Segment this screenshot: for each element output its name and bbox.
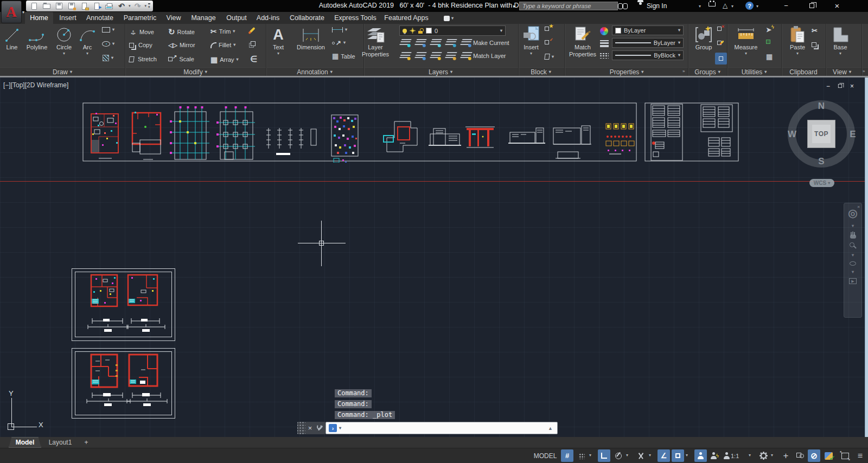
viewcube-west[interactable]: W xyxy=(786,129,799,140)
annotation-scale-button[interactable]: 1:1 xyxy=(724,449,739,462)
pan-hand-icon[interactable] xyxy=(850,232,856,239)
layer-properties-button[interactable]: Layer Properties xyxy=(354,25,397,57)
match-layer-button[interactable]: Match Layer xyxy=(461,52,506,59)
line-tool-button[interactable]: Line xyxy=(2,25,22,51)
navigation-bar[interactable]: × ◎ ▾ ▾ ▾ ▶ xyxy=(844,203,862,318)
modify-panel-label[interactable]: Modify▾ xyxy=(146,68,244,76)
red-construction-line[interactable] xyxy=(0,181,865,182)
layer-freeze-button[interactable] xyxy=(431,39,441,46)
application-menu-caret-icon[interactable]: ▾ xyxy=(22,10,24,15)
object-snap-toggle[interactable] xyxy=(672,449,684,462)
vertical-scrollbar[interactable] xyxy=(865,78,868,437)
wcs-dropdown[interactable]: WCS▾ xyxy=(809,179,834,187)
ribbon-overflow-chevron[interactable]: » xyxy=(863,69,865,74)
layers-panel-label[interactable]: Layers▾ xyxy=(400,68,481,76)
tab-manage[interactable]: Manage xyxy=(187,12,220,24)
groups-panel-label[interactable]: Groups▾ xyxy=(688,68,727,76)
properties-dialog-launcher[interactable]: » xyxy=(682,69,685,74)
stretch-tool-button[interactable]: Stretch xyxy=(129,56,157,62)
sign-in-caret-icon[interactable]: ▾ xyxy=(699,4,701,9)
redo-dropdown-caret[interactable]: ▾ xyxy=(145,4,147,8)
close-window-button[interactable]: × xyxy=(828,0,846,11)
leader-button[interactable]: ↗▾ xyxy=(332,40,346,46)
schedule-sheets-box[interactable] xyxy=(644,102,739,163)
copy-clip-button[interactable] xyxy=(812,42,816,47)
tab-featured-apps[interactable]: Featured Apps xyxy=(382,12,431,24)
explode-tool-button[interactable] xyxy=(251,41,256,46)
layer-lock-button[interactable] xyxy=(446,39,456,46)
object-color-dropdown[interactable]: ByLayer ▾ xyxy=(612,25,684,35)
object-snap-tracking-toggle[interactable]: ∠ xyxy=(658,449,670,462)
group-button[interactable]: Group xyxy=(691,25,716,51)
navigation-wheel-icon[interactable]: ◎ xyxy=(848,207,857,220)
qat-customize-caret[interactable]: ▾ xyxy=(148,3,150,9)
navbar-close-icon[interactable]: × xyxy=(857,204,860,209)
help-caret-icon[interactable]: ▾ xyxy=(756,4,758,9)
group-selection-toggle[interactable] xyxy=(715,53,727,65)
circle-tool-button[interactable]: Circle ▾ xyxy=(52,25,76,56)
sheet-layout-strip[interactable] xyxy=(82,102,637,163)
ortho-mode-toggle[interactable] xyxy=(598,449,610,462)
navbar-wheel-caret[interactable]: ▾ xyxy=(852,223,854,228)
redo-button[interactable]: ↷ xyxy=(132,1,143,11)
sign-in-button[interactable]: Sign In xyxy=(647,2,667,10)
navbar-zoom-caret[interactable]: ▾ xyxy=(852,253,854,258)
plan-sheet-upper[interactable] xyxy=(72,268,175,341)
undo-button[interactable]: ↶ xyxy=(116,1,127,11)
ungroup-button[interactable]: × xyxy=(717,27,724,31)
copy-tool-button[interactable]: Copy xyxy=(129,42,152,48)
snap-caret-icon[interactable]: ▾ xyxy=(589,453,591,458)
erase-tool-button[interactable] xyxy=(251,27,253,35)
quick-calculator-button[interactable]: ▦ xyxy=(766,53,773,60)
autodesk-exchange-icon[interactable]: △ xyxy=(723,2,727,9)
select-similar-button[interactable] xyxy=(766,40,770,44)
viewport-restore-button[interactable] xyxy=(835,82,845,90)
define-attributes-button[interactable]: ✓ xyxy=(545,40,553,44)
command-input[interactable]: › ▾ ▲ xyxy=(326,422,558,434)
annotation-autoscale-toggle[interactable]: ϟ xyxy=(709,449,721,462)
tab-home[interactable]: Home xyxy=(25,12,53,24)
search-input[interactable] xyxy=(519,2,618,10)
open-file-button[interactable] xyxy=(41,1,52,11)
annotation-panel-label[interactable]: Annotation▾ xyxy=(274,68,355,76)
tab-insert[interactable]: Insert xyxy=(55,12,80,24)
undo-dropdown-caret[interactable]: ▾ xyxy=(129,4,131,8)
workspace-caret-icon[interactable]: ▾ xyxy=(771,453,773,458)
isolate-objects-button[interactable] xyxy=(794,449,806,462)
draw-panel-label[interactable]: Draw▾ xyxy=(22,68,103,76)
layer-isolate-button[interactable] xyxy=(416,39,425,46)
ellipse-tool-button[interactable]: ▾ xyxy=(102,41,114,47)
graphics-performance-button[interactable]: ⊘ xyxy=(808,449,820,462)
linear-dimension-button[interactable]: ▾ xyxy=(332,27,347,33)
viewport-minimize-button[interactable]: − xyxy=(824,82,833,90)
new-file-button[interactable] xyxy=(29,1,40,11)
base-view-button[interactable]: Base ▾ xyxy=(828,25,853,56)
isodraft-caret-icon[interactable]: ▾ xyxy=(649,453,651,458)
polar-tracking-toggle[interactable] xyxy=(612,449,624,462)
layer-off-button[interactable] xyxy=(400,39,410,46)
linetype-dropdown[interactable]: ByBlock ▾ xyxy=(612,50,684,60)
zoom-icon[interactable] xyxy=(850,242,856,249)
help-icon[interactable]: ? xyxy=(745,2,754,10)
orbit-icon[interactable] xyxy=(850,261,856,266)
move-tool-button[interactable]: ↔↕Move xyxy=(129,28,154,36)
layer-unisolate-button[interactable] xyxy=(416,52,425,59)
polar-caret-icon[interactable]: ▾ xyxy=(626,453,628,458)
clean-screen-button[interactable]: ↖↘ xyxy=(839,449,851,462)
snap-mode-toggle[interactable] xyxy=(575,449,588,462)
tab-view[interactable]: View xyxy=(163,12,184,24)
annotation-visibility-toggle[interactable] xyxy=(694,449,707,462)
restore-window-button[interactable] xyxy=(802,0,821,11)
table-button[interactable]: ▦Table xyxy=(332,53,355,60)
viewport-controls[interactable]: [−][Top][2D Wireframe] xyxy=(3,81,68,89)
save-to-web-button[interactable]: ▸ xyxy=(91,1,102,11)
create-block-button[interactable]: ★ xyxy=(545,27,553,31)
command-close-button[interactable]: × xyxy=(305,422,315,434)
array-tool-button[interactable]: ▦Array▾ xyxy=(210,56,239,63)
viewcube-north[interactable]: N xyxy=(815,101,828,112)
lineweight-dropdown[interactable]: ByLayer ▾ xyxy=(612,38,684,48)
save-as-button[interactable] xyxy=(66,1,77,11)
block-editor-button[interactable]: ▾ xyxy=(545,54,554,60)
save-button[interactable] xyxy=(54,1,65,11)
annotation-monitor-button[interactable]: + xyxy=(780,449,792,462)
